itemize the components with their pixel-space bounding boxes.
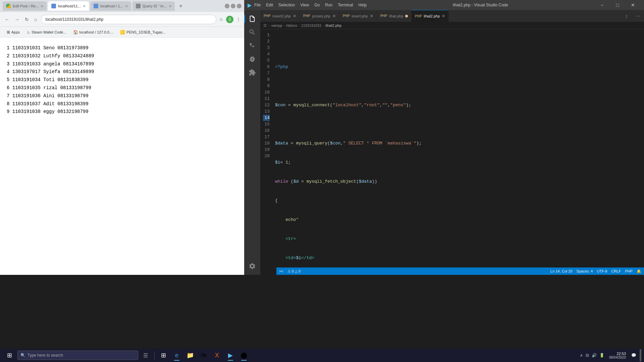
code-line-5 — [275, 121, 644, 127]
browser-tab-1[interactable]: Edit Post ‹ Re... ✕ — [3, 1, 47, 11]
breadcrumb-xampp[interactable]: xampp — [271, 23, 282, 27]
battery-icon[interactable]: 🔋 — [599, 352, 605, 358]
task-view-button[interactable]: ☰ — [140, 349, 152, 361]
bookmark-star-icon[interactable]: ☆ — [219, 17, 223, 22]
forward-button[interactable]: → — [13, 15, 21, 23]
status-encoding[interactable]: UTF-8 — [597, 269, 607, 273]
show-hidden-icons[interactable]: ∧ — [579, 352, 584, 358]
taskbar-search[interactable]: 🔍 Type here to search — [17, 351, 138, 360]
activity-search[interactable] — [246, 26, 258, 38]
bookmark-steam[interactable]: ♨ Steam Wallet Code... — [24, 29, 69, 35]
close-button[interactable] — [237, 4, 241, 8]
activity-extensions[interactable] — [246, 66, 258, 78]
taskbar-pin-vscode[interactable]: ▶ — [224, 349, 236, 361]
status-language[interactable]: PHP — [625, 269, 633, 273]
bookmark-apps[interactable]: ⊞ Apps — [4, 29, 22, 35]
php-icon-4: PHP — [380, 14, 387, 18]
tab-label-insert: insert.php — [352, 14, 368, 18]
home-button[interactable]: ⌂ — [33, 15, 38, 23]
status-spaces[interactable]: Spaces: 4 — [577, 269, 593, 273]
notification-center-icon[interactable]: 💬 — [630, 353, 638, 358]
tab-close-3[interactable]: ✕ — [125, 4, 128, 8]
code-content[interactable]: <?php $con = mysqli_connect("localhost",… — [274, 29, 644, 275]
editor-code-area[interactable]: 1 2 3 4 5 6 7 8 9 10 11 12 13 14 15 16 1… — [260, 29, 644, 275]
browser-titlebar: Edit Post ‹ Re... ✕ localhost/11... ✕ lo… — [0, 0, 244, 12]
tab-close-1[interactable]: ✕ — [41, 4, 43, 8]
split-editor-button[interactable]: ↕ — [621, 10, 632, 22]
maximize-button[interactable] — [231, 4, 235, 8]
menu-run[interactable]: Run — [325, 3, 332, 7]
tab-lihat[interactable]: PHP lihat.php — [377, 10, 412, 22]
tab-proses[interactable]: PHP proses.php ✕ — [300, 10, 339, 22]
address-bar[interactable]: localhost/1103191031/lihat2.php — [41, 15, 216, 24]
taskbar-pin-store[interactable]: 🛍 — [198, 349, 210, 361]
breadcrumb-d[interactable]: D: — [264, 23, 267, 27]
tab-lihat2[interactable]: PHP lihat2.php ✕ — [412, 10, 449, 22]
tab-close-insert[interactable]: ✕ — [370, 14, 373, 18]
bookmark-localhost[interactable]: 🏠 localhost / 127.0.0.... — [70, 29, 116, 35]
network-icon[interactable]: ⊟ — [585, 352, 590, 358]
tab-close-proses[interactable]: ✕ — [332, 14, 336, 18]
vscode-window: ▶ File Edit Selection View Go Run Termin… — [244, 0, 644, 275]
tab-label-lihat2: lihat2.php — [424, 14, 440, 18]
menu-icon[interactable]: ⋮ — [236, 17, 241, 22]
volume-icon[interactable]: 🔊 — [591, 352, 597, 358]
tab-close-insert2[interactable]: ✕ — [293, 14, 296, 18]
breadcrumb-1103191031[interactable]: 1103191031 — [301, 23, 321, 27]
tab-insert[interactable]: PHP insert.php ✕ — [339, 10, 377, 22]
activity-run-debug[interactable] — [246, 53, 258, 65]
show-desktop-button[interactable] — [640, 349, 641, 361]
bookmark-pens[interactable]: 🟨 PENS_1D3EB_Tugas... — [117, 29, 168, 35]
status-errors[interactable]: ⚠ 0 △ 0 — [287, 269, 301, 274]
back-button[interactable]: ← — [3, 15, 11, 23]
status-remote[interactable]: >< — [279, 269, 283, 273]
vscode-maximize[interactable]: □ — [610, 0, 625, 10]
tab-favicon-2 — [51, 4, 56, 8]
activity-source-control[interactable] — [246, 40, 258, 52]
taskbar-pin-start[interactable]: ⊞ — [157, 349, 169, 361]
more-actions-button[interactable]: ⋯ — [632, 10, 644, 22]
browser-tab-2[interactable]: localhost/11... ✕ — [48, 1, 89, 11]
spaces-text: Spaces: 4 — [577, 269, 593, 273]
browser-tab-3[interactable]: localhost / 1... ✕ — [90, 1, 131, 11]
tab-close-4[interactable]: ✕ — [169, 4, 171, 8]
menu-help[interactable]: Help — [359, 3, 367, 7]
breadcrumb-htdocs[interactable]: htdocs — [286, 23, 297, 27]
tab-favicon-1 — [6, 4, 11, 8]
status-line-col[interactable]: Ln 14, Col 20 — [550, 269, 572, 273]
avatar-icon[interactable]: S — [226, 16, 233, 23]
tab-split-btn: ↕ ⋯ — [621, 10, 644, 22]
tab-close-2[interactable]: ✕ — [83, 4, 86, 8]
activity-settings-icon[interactable] — [246, 260, 258, 272]
start-button[interactable]: ⊞ — [3, 349, 16, 361]
new-tab-button[interactable]: + — [177, 3, 184, 9]
vscode-logo-icon: ▶ — [248, 2, 252, 8]
vscode-title: lihat2.php - Visual Studio Code — [453, 3, 508, 7]
vscode-close[interactable]: ✕ — [625, 0, 641, 10]
menu-view[interactable]: View — [300, 3, 309, 7]
menu-selection[interactable]: Selection — [278, 3, 295, 7]
tab-close-lihat2[interactable]: ✕ — [442, 14, 445, 18]
menu-terminal[interactable]: Terminal — [338, 3, 353, 7]
reload-button[interactable]: ↻ — [23, 15, 30, 23]
browser-tab-4[interactable]: Query IS " In... ✕ — [132, 1, 175, 11]
taskbar-pin-files[interactable]: 📁 — [184, 349, 196, 361]
edge-icon: e — [175, 352, 178, 359]
minimize-button[interactable] — [225, 4, 229, 8]
code-line-10: echo" — [275, 217, 644, 223]
status-notifications[interactable]: 🔔 — [637, 269, 641, 274]
taskbar-pin-xampp[interactable]: X — [211, 349, 223, 361]
breadcrumb-lihat2[interactable]: lihat2.php — [325, 23, 341, 27]
taskbar-pin-chrome[interactable]: ⬤ — [238, 349, 250, 361]
taskbar-pin-edge[interactable]: e — [171, 349, 183, 361]
php-icon-5: PHP — [415, 14, 422, 18]
activity-explorer[interactable] — [246, 13, 258, 25]
taskbar-clock[interactable]: 22:53 08/04/2020 — [606, 352, 629, 359]
status-line-ending[interactable]: CRLF — [611, 269, 621, 273]
tab-insert2[interactable]: PHP insert2.php ✕ — [260, 10, 300, 22]
menu-file[interactable]: File — [254, 3, 261, 7]
code-line-7: $i= 1; — [275, 159, 644, 166]
vscode-minimize[interactable]: − — [594, 0, 610, 10]
menu-go[interactable]: Go — [314, 3, 320, 7]
menu-edit[interactable]: Edit — [266, 3, 273, 7]
